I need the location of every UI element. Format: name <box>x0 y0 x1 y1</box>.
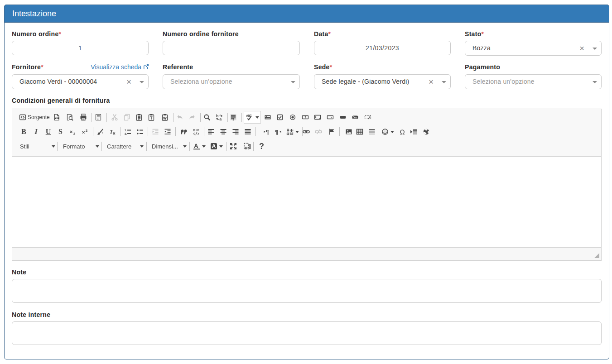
svg-text:A: A <box>194 143 198 149</box>
svg-text:¶: ¶ <box>275 129 278 135</box>
svg-text:¶: ¶ <box>265 129 269 135</box>
svg-text:Ω: Ω <box>400 129 405 136</box>
svg-text:b: b <box>216 114 219 118</box>
svg-text:PDF: PDF <box>55 117 59 119</box>
svg-text:×: × <box>70 129 72 135</box>
svg-text:DIV: DIV <box>193 129 199 132</box>
svg-text:A: A <box>212 143 216 149</box>
svg-text:T: T <box>110 129 113 135</box>
svg-text:2.: 2. <box>125 133 127 136</box>
svg-text:1.: 1. <box>125 129 127 132</box>
svg-text:2: 2 <box>86 129 87 133</box>
svg-text:2: 2 <box>73 132 75 136</box>
svg-text:×: × <box>82 130 85 135</box>
svg-text:a: a <box>219 117 222 121</box>
